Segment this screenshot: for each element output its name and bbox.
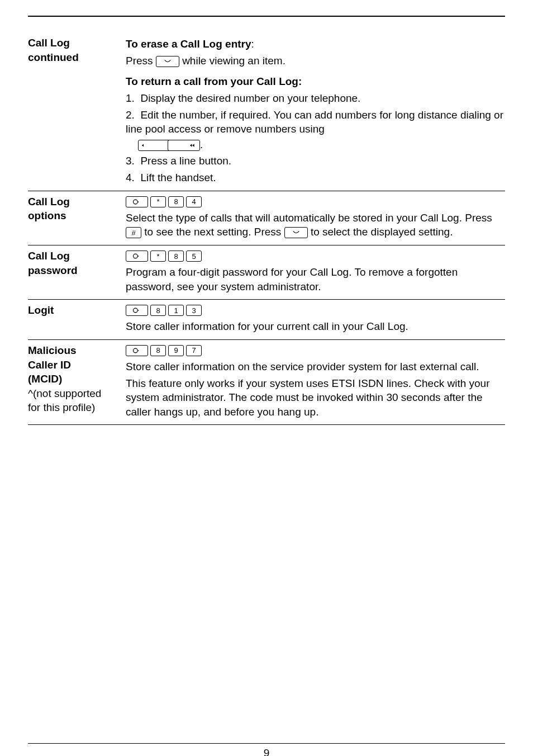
svg-point-3 (138, 256, 139, 257)
feature-key-icon (126, 196, 148, 207)
feature-key-icon (126, 251, 148, 262)
label-line-2: Caller ID (28, 358, 120, 372)
section-mcid: Malicious Caller ID (MCID) ^(not support… (28, 340, 505, 426)
digit-3-key: 3 (186, 305, 202, 316)
digit-8-key: 8 (150, 305, 166, 316)
feature-key-icon (126, 345, 148, 356)
content-logit: 8 1 3 Store caller information for your … (126, 303, 505, 336)
digit-8-key: 8 (150, 345, 166, 356)
star-key: * (150, 196, 166, 207)
label-logit: Logit (28, 303, 126, 336)
step-4: 4. Lift the handset. (126, 171, 505, 185)
label-line-1: Call Log (28, 249, 120, 263)
content-mcid: 8 9 7 Store caller information on the se… (126, 343, 505, 422)
hold-key-icon (284, 227, 308, 238)
label-line-2: continued (28, 50, 120, 65)
digit-5-key: 5 (186, 251, 202, 262)
svg-point-2 (134, 254, 138, 258)
step-2-trailing-period: . (200, 139, 203, 150)
content-call-log-options: * 8 4 Select the type of calls that will… (126, 195, 505, 242)
svg-point-5 (138, 310, 139, 311)
hash-key: # (126, 227, 141, 238)
label-line-1: Malicious (28, 343, 120, 358)
label-call-log-options: Call Log options (28, 195, 126, 242)
digit-7-key: 7 (186, 345, 202, 356)
label-line-3: (MCID) (28, 372, 120, 386)
volume-left-key-icon (138, 140, 171, 151)
page-footer: 9 (0, 743, 533, 756)
options-text: Select the type of calls that will autom… (126, 211, 505, 239)
page: Call Log continued To erase a Call Log e… (0, 16, 533, 756)
svg-point-0 (134, 200, 138, 204)
return-call-heading: To return a call from your Call Log: (126, 74, 505, 89)
label-line-1: Call Log (28, 195, 120, 209)
label-call-log-password: Call Log password (28, 249, 126, 296)
logit-text: Store caller information for your curren… (126, 319, 505, 334)
content-call-log-continued: To erase a Call Log entry: Press while v… (126, 36, 505, 187)
options-text-b: to see the next setting. Press (144, 226, 281, 238)
options-text-a: Select the type of calls that will autom… (126, 212, 492, 224)
svg-point-1 (138, 201, 139, 202)
footer-rule (28, 743, 505, 744)
star-key: * (150, 251, 166, 262)
mcid-text-2: This feature only works if your system u… (126, 376, 505, 419)
digit-8-key: 8 (168, 196, 184, 207)
top-rule (28, 16, 505, 17)
erase-heading: To erase a Call Log entry (126, 38, 251, 50)
label-mcid: Malicious Caller ID (MCID) ^(not support… (28, 343, 126, 422)
digit-9-key: 9 (168, 345, 184, 356)
key-sequence-password: * 8 5 (126, 251, 202, 262)
section-call-log-password: Call Log password * 8 5 Program a four-d… (28, 245, 505, 300)
svg-point-6 (134, 348, 138, 353)
label-note-1: ^(not supported (28, 386, 120, 401)
step-2-keys: . (138, 138, 505, 152)
key-sequence-mcid: 8 9 7 (126, 345, 202, 356)
password-text: Program a four-digit password for your C… (126, 265, 505, 294)
page-number-text: 9 (264, 747, 270, 756)
volume-right-key-icon (168, 140, 200, 151)
label-line-2: options (28, 209, 120, 223)
digit-4-key: 4 (186, 196, 202, 207)
label-line-1: Call Log (28, 36, 120, 50)
digit-8-key: 8 (168, 251, 184, 262)
feature-key-icon (126, 305, 148, 316)
label-call-log-continued: Call Log continued (28, 36, 126, 187)
svg-point-7 (138, 350, 139, 351)
step-2: 2. Edit the number, if required. You can… (126, 108, 505, 152)
content-call-log-password: * 8 5 Program a four-digit password for … (126, 249, 505, 296)
digit-1-key: 1 (168, 305, 184, 316)
label-line-2: password (28, 263, 120, 278)
label-note-2: for this profile) (28, 400, 120, 415)
label-line-1: Logit (28, 303, 120, 318)
hold-key-icon (156, 56, 179, 67)
return-call-steps: 1. Display the desired number on your te… (126, 91, 505, 185)
section-call-log-options: Call Log options * 8 4 Select the type o… (28, 191, 505, 245)
section-logit: Logit 8 1 3 Store caller information for… (28, 300, 505, 340)
key-sequence-options: * 8 4 (126, 196, 202, 207)
erase-heading-suffix: : (251, 38, 254, 50)
options-text-c: to select the displayed setting. (311, 226, 453, 238)
erase-heading-line: To erase a Call Log entry: (126, 37, 505, 51)
erase-instruction: Press while viewing an item. (126, 54, 505, 68)
key-sequence-logit: 8 1 3 (126, 305, 202, 316)
step-1: 1. Display the desired number on your te… (126, 91, 505, 106)
erase-text-a: Press (126, 55, 153, 67)
section-call-log-continued: Call Log continued To erase a Call Log e… (28, 32, 505, 191)
erase-text-b: while viewing an item. (182, 55, 285, 67)
svg-point-4 (134, 308, 138, 313)
mcid-text-1: Store caller information on the service … (126, 360, 505, 374)
step-3: 3. Press a line button. (126, 154, 505, 168)
